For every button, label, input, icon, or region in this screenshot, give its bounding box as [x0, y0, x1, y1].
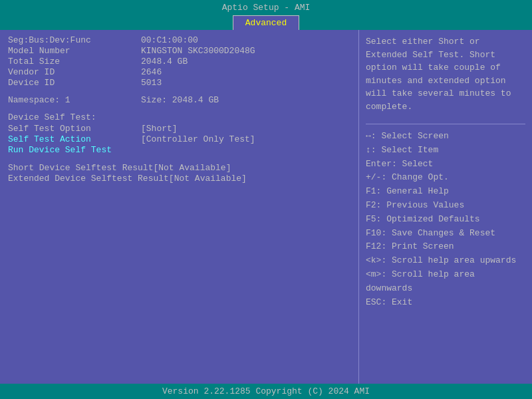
- total-size-label: Total Size: [8, 57, 141, 66]
- main-content: Seg:Bus:Dev:Func 00:C1:00:00 Model Numbe…: [0, 30, 532, 384]
- shortcut-item: F2: Previous Values: [366, 199, 525, 213]
- self-test-option-row: Self Test Option [Short]: [8, 124, 350, 134]
- vendor-id-row: Vendor ID 2646: [8, 67, 350, 77]
- total-size-row: Total Size 2048.4 GB: [8, 57, 350, 66]
- device-id-row: Device ID 5013: [8, 78, 350, 88]
- run-device-self-test[interactable]: Run Device Self Test: [8, 145, 350, 155]
- model-value: KINGSTON SKC3000D2048G: [141, 46, 255, 56]
- seg-bus-value: 00:C1:00:00: [141, 35, 198, 45]
- shortcut-item: F12: Print Screen: [366, 240, 525, 254]
- shortcut-item: <k>: Scroll help area upwards: [366, 254, 525, 268]
- shortcut-item: ↔: Select Screen: [366, 130, 525, 144]
- extended-result-value: [Not Available]: [169, 174, 247, 184]
- self-test-action-row: Self Test Action [Controller Only Test]: [8, 134, 350, 144]
- right-panel: Select either Short or Extended Self Tes…: [359, 30, 532, 384]
- tab-bar: Advanced: [0, 15, 532, 30]
- device-id-label: Device ID: [8, 78, 141, 88]
- title-bar: Aptio Setup - AMI: [0, 0, 532, 15]
- shortcut-item: F10: Save Changes & Reset: [366, 227, 525, 241]
- short-result-row: Short Device Selftest Result [Not Availa…: [8, 163, 350, 173]
- shortcut-item: ↕: Select Item: [366, 144, 525, 158]
- extended-result-label: Extended Device Selftest Result: [8, 174, 169, 184]
- title-text: Aptio Setup - AMI: [222, 3, 311, 13]
- seg-bus-dev-func-row: Seg:Bus:Dev:Func 00:C1:00:00: [8, 35, 350, 45]
- extended-result-row: Extended Device Selftest Result [Not Ava…: [8, 174, 350, 184]
- model-label: Model Number: [8, 46, 141, 56]
- device-id-value: 5013: [141, 78, 162, 88]
- self-test-action-label[interactable]: Self Test Action: [8, 134, 141, 144]
- short-result-value: [Not Available]: [153, 163, 231, 173]
- self-test-option-value[interactable]: [Short]: [141, 124, 178, 134]
- model-number-row: Model Number KINGSTON SKC3000D2048G: [8, 46, 350, 56]
- device-self-test-title: Device Self Test:: [8, 112, 350, 122]
- vendor-id-value: 2646: [141, 67, 162, 77]
- footer: Version 2.22.1285 Copyright (C) 2024 AMI: [0, 384, 532, 399]
- app: Aptio Setup - AMI Advanced Seg:Bus:Dev:F…: [0, 0, 532, 399]
- namespace-row: Namespace: 1 Size: 2048.4 GB: [8, 95, 350, 105]
- left-panel: Seg:Bus:Dev:Func 00:C1:00:00 Model Numbe…: [0, 30, 359, 384]
- shortcut-item: F1: General Help: [366, 185, 525, 199]
- self-test-option-label: Self Test Option: [8, 124, 141, 134]
- namespace-label: Namespace: 1: [8, 95, 141, 105]
- shortcut-item: Enter: Select: [366, 158, 525, 172]
- shortcut-item: F5: Optimized Defaults: [366, 213, 525, 227]
- seg-bus-label: Seg:Bus:Dev:Func: [8, 35, 141, 45]
- shortcut-item: ESC: Exit: [366, 296, 525, 310]
- vendor-id-label: Vendor ID: [8, 67, 141, 77]
- tab-advanced[interactable]: Advanced: [233, 15, 299, 30]
- namespace-value: Size: 2048.4 GB: [141, 95, 219, 105]
- total-size-value: 2048.4 GB: [141, 57, 188, 66]
- self-test-action-value: [Controller Only Test]: [141, 134, 255, 144]
- shortcut-item: <m>: Scroll help area downwards: [366, 268, 525, 296]
- shortcuts: ↔: Select Screen↕: Select ItemEnter: Sel…: [366, 130, 525, 309]
- short-result-label: Short Device Selftest Result: [8, 163, 153, 173]
- help-divider: [366, 124, 525, 124]
- shortcut-item: +/-: Change Opt.: [366, 171, 525, 185]
- help-text: Select either Short or Extended Self Tes…: [366, 35, 525, 113]
- footer-text: Version 2.22.1285 Copyright (C) 2024 AMI: [162, 386, 370, 396]
